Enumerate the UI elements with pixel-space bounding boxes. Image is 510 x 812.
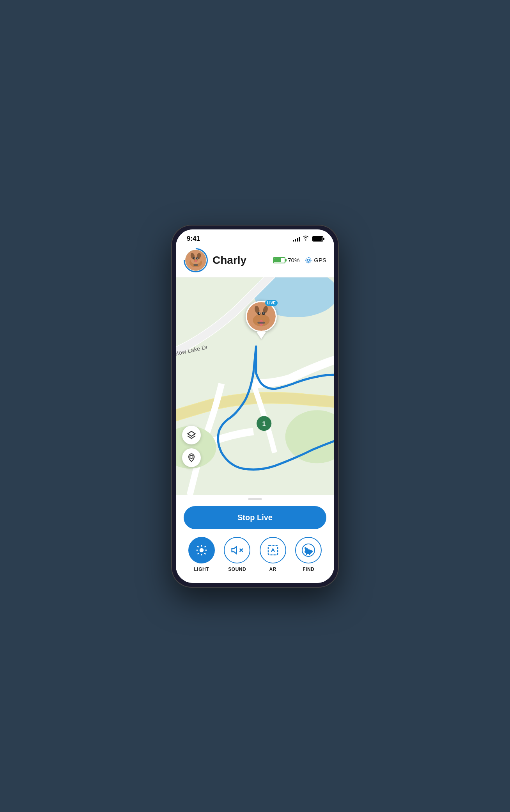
header-status: 70% GPS — [273, 257, 326, 264]
gps-label: GPS — [314, 257, 326, 263]
battery-percentage: 70% — [288, 257, 299, 263]
ar-circle — [260, 537, 286, 563]
svg-point-8 — [197, 258, 198, 258]
pet-avatar[interactable] — [184, 248, 208, 272]
live-badge: LIVE — [265, 300, 278, 306]
battery-status: 70% — [273, 257, 299, 263]
svg-line-48 — [204, 546, 205, 547]
svg-marker-50 — [232, 546, 237, 554]
bottom-sheet: Stop Live — [176, 495, 334, 583]
svg-rect-53 — [268, 545, 278, 555]
avatar-image — [185, 250, 206, 271]
gps-icon — [305, 257, 312, 264]
light-circle — [188, 537, 215, 563]
svg-point-40 — [190, 455, 193, 458]
svg-point-35 — [263, 312, 264, 313]
find-button[interactable]: FIND — [295, 537, 322, 572]
svg-point-13 — [306, 258, 312, 263]
light-button[interactable]: LIGHT — [188, 537, 215, 572]
status-icons — [293, 235, 323, 242]
sheet-handle — [248, 498, 262, 500]
svg-text:1: 1 — [262, 420, 266, 427]
action-buttons: LIGHT SOUND — [184, 537, 326, 575]
battery-indicator-icon — [273, 257, 285, 263]
svg-rect-38 — [257, 322, 265, 323]
map-container[interactable]: Stow Lake Dr 1 ♿ — [176, 277, 334, 495]
svg-rect-58 — [306, 553, 307, 555]
stop-live-button[interactable]: Stop Live — [184, 506, 326, 529]
sound-circle — [224, 537, 250, 563]
signal-icon — [293, 236, 300, 242]
dog-pin-tail — [257, 332, 266, 339]
map-layers-button[interactable] — [182, 426, 201, 444]
svg-point-41 — [199, 548, 204, 552]
phone-frame: 9:41 — [171, 225, 339, 588]
svg-point-34 — [259, 312, 260, 313]
svg-point-12 — [307, 259, 310, 261]
svg-line-46 — [197, 546, 198, 547]
svg-rect-59 — [309, 553, 310, 555]
sound-label: SOUND — [228, 567, 246, 572]
sound-button[interactable]: SOUND — [224, 537, 250, 572]
svg-point-7 — [194, 258, 195, 258]
svg-marker-39 — [188, 431, 195, 436]
svg-rect-11 — [193, 264, 198, 266]
wifi-icon — [302, 235, 309, 242]
gps-status: GPS — [305, 257, 326, 264]
battery-icon — [312, 236, 323, 242]
pet-name: Charly — [212, 254, 273, 267]
map-location-button[interactable] — [182, 448, 201, 467]
ar-label: AR — [269, 567, 276, 572]
status-bar: 9:41 — [176, 229, 334, 245]
svg-line-49 — [197, 553, 198, 554]
dog-pin[interactable]: LIVE — [246, 301, 277, 339]
svg-line-47 — [204, 553, 205, 554]
battery-level-fill — [274, 258, 281, 262]
light-label: LIGHT — [194, 567, 209, 572]
phone-screen: 9:41 — [176, 229, 334, 583]
find-label: FIND — [303, 567, 314, 572]
svg-point-10 — [195, 260, 197, 262]
find-circle — [295, 537, 322, 563]
app-header: Charly 70% — [176, 245, 334, 277]
status-time: 9:41 — [187, 235, 200, 243]
svg-point-36 — [259, 315, 264, 318]
ar-button[interactable]: AR — [260, 537, 286, 572]
